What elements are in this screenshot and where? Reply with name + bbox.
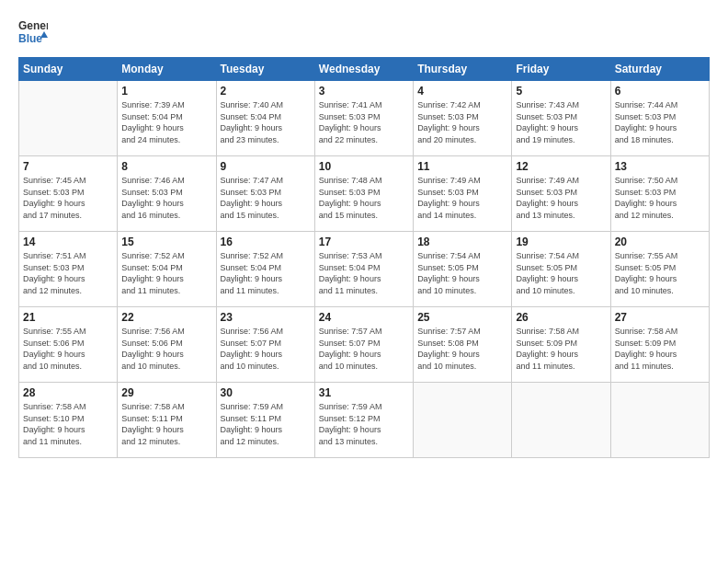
calendar-cell: 8Sunrise: 7:46 AM Sunset: 5:03 PM Daylig… xyxy=(118,156,216,232)
calendar-cell: 6Sunrise: 7:44 AM Sunset: 5:03 PM Daylig… xyxy=(610,81,709,156)
calendar-cell: 11Sunrise: 7:49 AM Sunset: 5:03 PM Dayli… xyxy=(414,156,512,232)
day-number: 23 xyxy=(221,311,311,324)
day-number: 18 xyxy=(417,236,507,248)
calendar-cell: 29Sunrise: 7:58 AM Sunset: 5:11 PM Dayli… xyxy=(118,383,216,458)
day-number: 15 xyxy=(121,236,211,248)
day-info: Sunrise: 7:50 AM Sunset: 5:03 PM Dayligh… xyxy=(615,175,705,221)
calendar-cell: 23Sunrise: 7:56 AM Sunset: 5:07 PM Dayli… xyxy=(216,307,314,383)
calendar-cell: 5Sunrise: 7:43 AM Sunset: 5:03 PM Daylig… xyxy=(512,81,610,156)
weekday-header-sunday: Sunday xyxy=(19,58,118,81)
day-info: Sunrise: 7:54 AM Sunset: 5:05 PM Dayligh… xyxy=(417,250,507,296)
calendar-cell: 12Sunrise: 7:49 AM Sunset: 5:03 PM Dayli… xyxy=(512,156,610,232)
calendar-cell xyxy=(414,383,512,458)
calendar-cell: 7Sunrise: 7:45 AM Sunset: 5:03 PM Daylig… xyxy=(19,156,118,232)
day-number: 29 xyxy=(121,386,211,399)
calendar-cell xyxy=(512,383,610,458)
day-number: 22 xyxy=(121,311,211,324)
calendar-cell: 1Sunrise: 7:39 AM Sunset: 5:04 PM Daylig… xyxy=(118,81,216,156)
day-info: Sunrise: 7:57 AM Sunset: 5:07 PM Dayligh… xyxy=(319,326,409,372)
calendar-week-row: 28Sunrise: 7:58 AM Sunset: 5:10 PM Dayli… xyxy=(19,383,710,458)
calendar-cell: 16Sunrise: 7:52 AM Sunset: 5:04 PM Dayli… xyxy=(216,232,314,307)
day-info: Sunrise: 7:41 AM Sunset: 5:03 PM Dayligh… xyxy=(319,99,409,145)
day-number: 7 xyxy=(23,160,113,173)
calendar-cell: 21Sunrise: 7:55 AM Sunset: 5:06 PM Dayli… xyxy=(19,307,118,383)
calendar-cell: 13Sunrise: 7:50 AM Sunset: 5:03 PM Dayli… xyxy=(610,156,709,232)
day-number: 5 xyxy=(516,85,606,98)
day-info: Sunrise: 7:39 AM Sunset: 5:04 PM Dayligh… xyxy=(121,99,211,145)
day-info: Sunrise: 7:56 AM Sunset: 5:06 PM Dayligh… xyxy=(121,326,211,372)
calendar-table: SundayMondayTuesdayWednesdayThursdayFrid… xyxy=(18,57,710,458)
day-info: Sunrise: 7:55 AM Sunset: 5:06 PM Dayligh… xyxy=(23,326,113,372)
page-header: GeneralBlue xyxy=(18,17,710,50)
calendar-cell: 2Sunrise: 7:40 AM Sunset: 5:04 PM Daylig… xyxy=(216,81,314,156)
day-number: 31 xyxy=(319,386,409,399)
svg-text:Blue: Blue xyxy=(18,32,42,45)
calendar-cell: 18Sunrise: 7:54 AM Sunset: 5:05 PM Dayli… xyxy=(414,232,512,307)
day-info: Sunrise: 7:59 AM Sunset: 5:12 PM Dayligh… xyxy=(319,401,409,447)
weekday-header-monday: Monday xyxy=(118,58,216,81)
weekday-header-thursday: Thursday xyxy=(414,58,512,81)
day-info: Sunrise: 7:55 AM Sunset: 5:05 PM Dayligh… xyxy=(615,250,705,296)
calendar-cell: 26Sunrise: 7:58 AM Sunset: 5:09 PM Dayli… xyxy=(512,307,610,383)
day-info: Sunrise: 7:56 AM Sunset: 5:07 PM Dayligh… xyxy=(221,326,311,372)
day-number: 28 xyxy=(23,386,113,399)
day-info: Sunrise: 7:57 AM Sunset: 5:08 PM Dayligh… xyxy=(417,326,507,372)
calendar-cell: 14Sunrise: 7:51 AM Sunset: 5:03 PM Dayli… xyxy=(19,232,118,307)
weekday-header-saturday: Saturday xyxy=(610,58,709,81)
day-info: Sunrise: 7:42 AM Sunset: 5:03 PM Dayligh… xyxy=(417,99,507,145)
day-number: 26 xyxy=(516,311,606,324)
day-info: Sunrise: 7:49 AM Sunset: 5:03 PM Dayligh… xyxy=(516,175,606,221)
day-info: Sunrise: 7:54 AM Sunset: 5:05 PM Dayligh… xyxy=(516,250,606,296)
day-info: Sunrise: 7:58 AM Sunset: 5:10 PM Dayligh… xyxy=(23,401,113,447)
calendar-cell: 17Sunrise: 7:53 AM Sunset: 5:04 PM Dayli… xyxy=(314,232,413,307)
day-number: 1 xyxy=(121,85,211,98)
day-number: 9 xyxy=(221,160,311,173)
logo-icon: GeneralBlue xyxy=(18,17,48,50)
calendar-cell: 28Sunrise: 7:58 AM Sunset: 5:10 PM Dayli… xyxy=(19,383,118,458)
day-number: 4 xyxy=(417,85,507,98)
weekday-header-wednesday: Wednesday xyxy=(314,58,413,81)
svg-text:General: General xyxy=(18,19,48,32)
day-info: Sunrise: 7:53 AM Sunset: 5:04 PM Dayligh… xyxy=(319,250,409,296)
weekday-header-row: SundayMondayTuesdayWednesdayThursdayFrid… xyxy=(19,58,710,81)
day-number: 3 xyxy=(319,85,409,98)
day-number: 16 xyxy=(221,236,311,248)
calendar-cell: 27Sunrise: 7:58 AM Sunset: 5:09 PM Dayli… xyxy=(610,307,709,383)
calendar-week-row: 7Sunrise: 7:45 AM Sunset: 5:03 PM Daylig… xyxy=(19,156,710,232)
day-number: 10 xyxy=(319,160,409,173)
day-number: 25 xyxy=(417,311,507,324)
calendar-cell: 9Sunrise: 7:47 AM Sunset: 5:03 PM Daylig… xyxy=(216,156,314,232)
day-number: 27 xyxy=(615,311,705,324)
day-info: Sunrise: 7:44 AM Sunset: 5:03 PM Dayligh… xyxy=(615,99,705,145)
calendar-cell: 3Sunrise: 7:41 AM Sunset: 5:03 PM Daylig… xyxy=(314,81,413,156)
day-info: Sunrise: 7:48 AM Sunset: 5:03 PM Dayligh… xyxy=(319,175,409,221)
day-info: Sunrise: 7:49 AM Sunset: 5:03 PM Dayligh… xyxy=(417,175,507,221)
logo: GeneralBlue xyxy=(18,17,48,50)
calendar-cell: 24Sunrise: 7:57 AM Sunset: 5:07 PM Dayli… xyxy=(314,307,413,383)
day-number: 6 xyxy=(615,85,705,98)
day-info: Sunrise: 7:52 AM Sunset: 5:04 PM Dayligh… xyxy=(221,250,311,296)
calendar-cell: 22Sunrise: 7:56 AM Sunset: 5:06 PM Dayli… xyxy=(118,307,216,383)
weekday-header-friday: Friday xyxy=(512,58,610,81)
day-number: 24 xyxy=(319,311,409,324)
day-info: Sunrise: 7:58 AM Sunset: 5:11 PM Dayligh… xyxy=(121,401,211,447)
calendar-cell xyxy=(610,383,709,458)
day-info: Sunrise: 7:45 AM Sunset: 5:03 PM Dayligh… xyxy=(23,175,113,221)
page-container: GeneralBlue SundayMondayTuesdayWednesday… xyxy=(0,0,728,563)
day-number: 2 xyxy=(221,85,311,98)
calendar-cell: 15Sunrise: 7:52 AM Sunset: 5:04 PM Dayli… xyxy=(118,232,216,307)
day-number: 8 xyxy=(121,160,211,173)
day-info: Sunrise: 7:59 AM Sunset: 5:11 PM Dayligh… xyxy=(221,401,311,447)
calendar-cell xyxy=(19,81,118,156)
day-info: Sunrise: 7:51 AM Sunset: 5:03 PM Dayligh… xyxy=(23,250,113,296)
day-number: 20 xyxy=(615,236,705,248)
calendar-cell: 31Sunrise: 7:59 AM Sunset: 5:12 PM Dayli… xyxy=(314,383,413,458)
day-number: 17 xyxy=(319,236,409,248)
calendar-cell: 25Sunrise: 7:57 AM Sunset: 5:08 PM Dayli… xyxy=(414,307,512,383)
day-number: 12 xyxy=(516,160,606,173)
calendar-cell: 20Sunrise: 7:55 AM Sunset: 5:05 PM Dayli… xyxy=(610,232,709,307)
calendar-cell: 4Sunrise: 7:42 AM Sunset: 5:03 PM Daylig… xyxy=(414,81,512,156)
calendar-week-row: 14Sunrise: 7:51 AM Sunset: 5:03 PM Dayli… xyxy=(19,232,710,307)
day-number: 21 xyxy=(23,311,113,324)
day-number: 30 xyxy=(221,386,311,399)
